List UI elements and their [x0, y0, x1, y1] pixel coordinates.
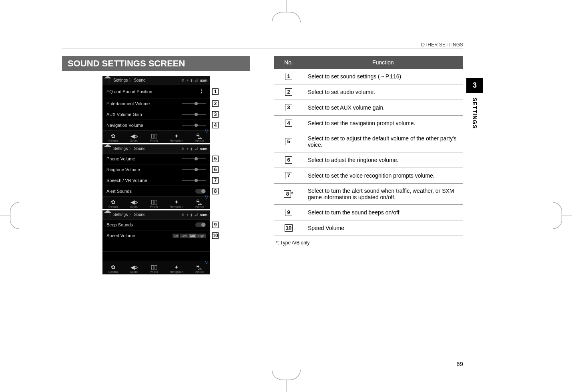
- row-label: AUX Volume Gain: [106, 112, 142, 117]
- list-item: Navigation Volume 4: [102, 120, 210, 130]
- list-item: Speed Volume Off Low Mid High 10: [102, 230, 210, 241]
- scroll-down-icon: ▽: [205, 194, 208, 200]
- table-row: 7Select to set the voice recognition pro…: [274, 168, 463, 184]
- table-row: 1Select to set sound settings (→P.116): [274, 69, 463, 84]
- table-cell-function: Speed Volume: [303, 220, 463, 236]
- battery-icon: ▮: [191, 147, 193, 151]
- slider-icon: [182, 158, 206, 159]
- list-item: Ringtone Volume 6: [102, 164, 210, 175]
- slider-icon: [182, 114, 206, 115]
- list-item: Phone Volume 5: [102, 153, 210, 164]
- section-title: SOUND SETTINGS SCREEN: [62, 56, 250, 71]
- callout-6: 6: [212, 166, 219, 173]
- speaker-icon: ◀»: [130, 199, 138, 205]
- status-icons: ⋒ ⌖ ▮ ₐıl sxm: [181, 147, 207, 151]
- list-item: EQ and Sound Position 〉 1: [102, 85, 210, 98]
- header-rule: [62, 48, 463, 48]
- bottom-nav: ✿General ◀»Sound ⌷⌷Phone ✦Navigation ⛍Ve…: [102, 262, 210, 274]
- slider-icon: [182, 103, 206, 104]
- callout-5: 5: [212, 156, 219, 162]
- nav-icon: ✦: [174, 199, 179, 205]
- screenshot-3: Settings 〉 Sound ⋒ ⌖ ▮ ₐıl sxm Beep Soun…: [102, 210, 210, 274]
- home-icon: [105, 78, 110, 83]
- home-icon: [105, 212, 110, 218]
- table-cell-no: 5: [274, 131, 303, 152]
- signal-icon: ₐıl: [195, 213, 198, 217]
- nav-navigation: ✦Navigation: [170, 133, 183, 142]
- bluetooth-icon: ⌖: [187, 147, 189, 151]
- scroll-down-icon: ▽: [205, 260, 208, 265]
- callout-number-box: 2: [285, 88, 292, 96]
- callout-number-box: 4: [285, 120, 292, 127]
- list-item: Entertainment Volume 2: [102, 98, 210, 109]
- chapter-number: 3: [466, 78, 483, 93]
- nav-icon: ✦: [174, 133, 179, 139]
- gear-icon: ✿: [111, 264, 116, 270]
- nav-icon: ✦: [174, 264, 179, 270]
- row-label: EQ and Sound Position: [106, 89, 152, 94]
- row-label: Phone Volume: [106, 156, 135, 161]
- screenshot-1: Settings 〉 Sound ⋒ ⌖ ▮ ₐıl sxm EQ and So…: [102, 76, 210, 143]
- table-cell-no: 8*: [274, 184, 303, 205]
- footnote: *: Type A/B only: [274, 240, 463, 246]
- row-label: Speed Volume: [106, 233, 135, 238]
- toggle-icon: [195, 189, 206, 194]
- row-label: Beep Sounds: [106, 222, 133, 227]
- function-table: No. Function 1Select to set sound settin…: [274, 56, 463, 236]
- sxm-badge: sxm: [200, 213, 207, 217]
- table-cell-function: Select to set to adjust the default volu…: [303, 131, 463, 152]
- slider-icon: [182, 180, 206, 181]
- table-cell-no: 6: [274, 152, 303, 168]
- table-cell-no: 3: [274, 100, 303, 116]
- table-cell-function: Select to turn the sound beeps on/off.: [303, 205, 463, 220]
- table-cell-function: Select to set the navigation prompt volu…: [303, 116, 463, 131]
- callout-7: 7: [212, 177, 219, 184]
- sxm-badge: sxm: [200, 78, 207, 82]
- callout-9: 9: [212, 222, 219, 228]
- bluetooth-icon: ⌖: [187, 213, 189, 217]
- toggle-icon: [195, 222, 206, 227]
- row-label: Entertainment Volume: [106, 101, 150, 106]
- callout-number-box: 3: [285, 104, 292, 111]
- nav-general: ✿General: [108, 264, 118, 273]
- table-cell-function: Select to set AUX volume gain.: [303, 100, 463, 116]
- status-icons: ⋒ ⌖ ▮ ₐıl sxm: [181, 78, 207, 83]
- battery-icon: ▮: [191, 213, 193, 217]
- nav-navigation: ✦Navigation: [170, 264, 183, 273]
- breadcrumb: Settings 〉 Sound: [113, 78, 146, 83]
- table-cell-no: 2: [274, 84, 303, 100]
- thumb-tab: 3 SETTINGS: [466, 78, 483, 134]
- row-label: Alert Sounds: [106, 189, 132, 194]
- slider-icon: [182, 169, 206, 170]
- page-number: 69: [456, 360, 463, 367]
- screenshot-2: Settings 〉 Sound ⋒ ⌖ ▮ ₐıl sxm Phone Vol…: [102, 144, 210, 209]
- table-row: 3Select to set AUX volume gain.: [274, 100, 463, 116]
- row-label: Ringtone Volume: [106, 167, 140, 172]
- table-cell-function: Select to adjust the ringtone volume.: [303, 152, 463, 168]
- nav-sound: ◀»Sound: [130, 199, 138, 208]
- phone-icon: ⌷⌷: [151, 264, 157, 270]
- running-header: OTHER SETTINGS: [421, 42, 463, 48]
- table-cell-no: 7: [274, 168, 303, 184]
- breadcrumb: Settings 〉 Sound: [113, 212, 146, 218]
- table-cell-function: Select to set audio volume.: [303, 84, 463, 100]
- table-row: 5Select to set to adjust the default vol…: [274, 131, 463, 152]
- nav-phone: ⌷⌷Phone: [150, 133, 158, 142]
- table-row: 6Select to adjust the ringtone volume.: [274, 152, 463, 168]
- phone-icon: ⌷⌷: [151, 199, 157, 205]
- nav-vehicle: ⛍Vehicle: [195, 264, 204, 273]
- callout-3: 3: [212, 111, 219, 118]
- nav-navigation: ✦Navigation: [170, 199, 183, 208]
- footnote-star: *: [291, 190, 293, 197]
- chevron-right-icon: 〉: [200, 88, 206, 95]
- table-cell-function: Select to turn the alert sound when traf…: [303, 184, 463, 205]
- table-cell-no: 1: [274, 69, 303, 84]
- scroll-down-icon: ▽: [205, 128, 208, 134]
- callout-number-box: 9: [285, 209, 292, 216]
- nav-vehicle: ⛍Vehicle: [195, 199, 204, 208]
- table-row: 10Speed Volume: [274, 220, 463, 236]
- callout-1: 1: [212, 88, 219, 95]
- list-item-empty: [102, 241, 210, 251]
- chapter-label: SETTINGS: [472, 93, 478, 134]
- table-cell-no: 10: [274, 220, 303, 236]
